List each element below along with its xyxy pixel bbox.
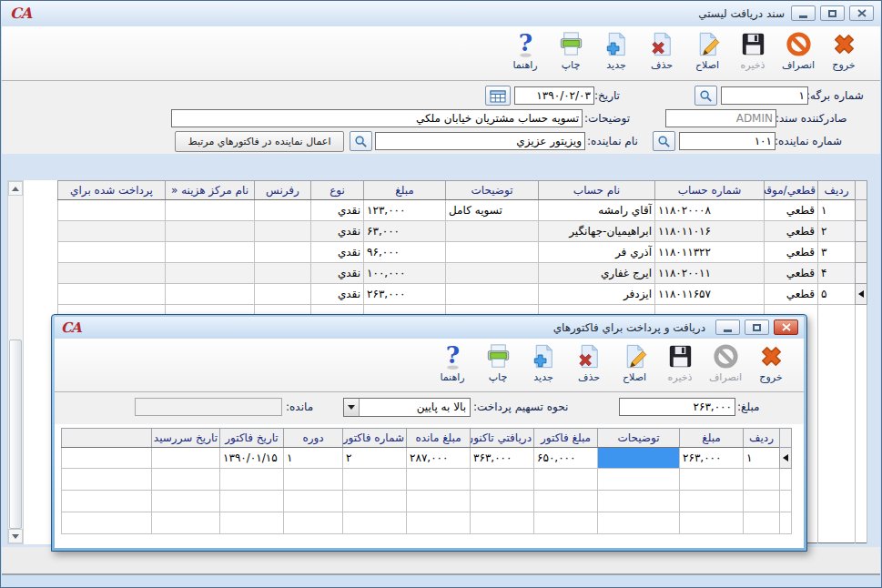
- cell[interactable]: [58, 200, 166, 221]
- close-button[interactable]: [849, 5, 874, 21]
- column-header[interactable]: پرداخت شده براي: [58, 181, 166, 200]
- cell[interactable]: [407, 512, 471, 534]
- row-selector-cell[interactable]: [780, 448, 792, 469]
- toolbar-button-print[interactable]: چاپ: [476, 341, 520, 391]
- cell[interactable]: ابراهيميان-جهانگير: [539, 221, 655, 242]
- cell[interactable]: [166, 221, 255, 242]
- amount-input[interactable]: [619, 398, 735, 416]
- column-header[interactable]: نام حساب: [539, 181, 655, 200]
- cell[interactable]: [598, 491, 680, 512]
- cell[interactable]: [220, 491, 284, 512]
- rep-name-search-button[interactable]: [350, 131, 372, 151]
- column-header[interactable]: رديف: [818, 181, 856, 200]
- column-header[interactable]: مبلغ فاكتور: [534, 429, 598, 448]
- column-header[interactable]: تاريخ فاكتور: [220, 429, 284, 448]
- cell[interactable]: نقدي: [311, 263, 364, 284]
- cell[interactable]: ۱۲۳,۰۰۰: [364, 200, 446, 221]
- column-header[interactable]: دريافتي تاكنون: [471, 429, 534, 448]
- cell[interactable]: [471, 491, 534, 512]
- cell[interactable]: [534, 491, 598, 512]
- cell[interactable]: ۱۳۹۰/۰۱/۱۵: [220, 448, 284, 469]
- toolbar-button-print[interactable]: چاپ: [549, 29, 593, 80]
- cell[interactable]: [343, 512, 407, 534]
- cell[interactable]: ۱: [744, 448, 780, 469]
- cell[interactable]: [407, 491, 471, 512]
- column-header[interactable]: مبلغ مانده: [407, 429, 471, 448]
- apply-rep-button[interactable]: اعمال نماينده در فاكتورهاي مرتبط: [175, 131, 344, 152]
- toolbar-button-delete[interactable]: حذف: [567, 341, 611, 391]
- maximize-button[interactable]: [820, 5, 845, 21]
- column-header[interactable]: رديف: [744, 429, 780, 448]
- cell[interactable]: [58, 221, 166, 242]
- cell[interactable]: [255, 200, 311, 221]
- cell[interactable]: نقدي: [311, 284, 364, 305]
- column-header[interactable]: [62, 429, 152, 448]
- column-header[interactable]: شماره فاكتور: [343, 429, 407, 448]
- cell[interactable]: ۴: [818, 263, 856, 284]
- toolbar-button-edit[interactable]: اصلاح: [613, 341, 656, 391]
- cell[interactable]: قطعي: [765, 221, 818, 242]
- rep-name-input[interactable]: [375, 132, 585, 150]
- cell[interactable]: [780, 512, 792, 534]
- cell[interactable]: آقاي رامشه: [539, 200, 655, 221]
- minimize-button[interactable]: [791, 5, 816, 21]
- cell[interactable]: [598, 448, 680, 469]
- cell[interactable]: قطعي: [765, 242, 818, 263]
- cell[interactable]: [58, 284, 166, 305]
- column-header[interactable]: قطعي/موقت: [765, 181, 818, 200]
- cell[interactable]: ۵: [818, 284, 856, 305]
- scrollbar-thumb[interactable]: [9, 340, 22, 529]
- column-header[interactable]: توضيحات: [598, 429, 680, 448]
- column-header[interactable]: شماره حساب: [655, 181, 765, 200]
- cell[interactable]: [780, 491, 792, 512]
- notes-input[interactable]: [171, 109, 583, 127]
- cell[interactable]: ۱: [818, 200, 856, 221]
- cell[interactable]: [284, 469, 343, 491]
- cell[interactable]: تسويه كامل: [446, 200, 539, 221]
- cell[interactable]: ايزدفر: [539, 284, 655, 305]
- dialog-close-button[interactable]: [774, 319, 798, 335]
- cell[interactable]: ۳۶۳,۰۰۰: [471, 448, 534, 469]
- cell[interactable]: [343, 469, 407, 491]
- toolbar-button-edit[interactable]: اصلاح: [685, 29, 729, 80]
- dialog-titlebar[interactable]: CA دريافت و پرداخت براي فاكتورهاي: [55, 317, 804, 339]
- column-header[interactable]: دوره: [284, 429, 343, 448]
- cell[interactable]: ۱۱۸۰۲۰۰۱۱: [655, 263, 765, 284]
- row-selector-cell[interactable]: [856, 263, 867, 284]
- cell[interactable]: ۲۶۳,۰۰۰: [364, 284, 446, 305]
- cell[interactable]: [58, 263, 166, 284]
- rep-number-input[interactable]: [679, 132, 776, 150]
- toolbar-button-delete[interactable]: حذف: [640, 29, 684, 80]
- cell[interactable]: نقدي: [311, 221, 364, 242]
- cell[interactable]: [62, 448, 152, 469]
- cell[interactable]: [166, 200, 255, 221]
- column-header[interactable]: توضيحات: [446, 181, 539, 200]
- combobox-dropdown-button[interactable]: [344, 399, 360, 416]
- cell[interactable]: [680, 512, 744, 534]
- cell[interactable]: [534, 469, 598, 491]
- cell[interactable]: ۱۰۰,۰۰۰: [364, 263, 446, 284]
- cell[interactable]: [62, 512, 152, 534]
- cell[interactable]: [343, 491, 407, 512]
- cell[interactable]: [255, 284, 311, 305]
- row-selector-cell[interactable]: [856, 200, 867, 221]
- cell[interactable]: ۲۸۷,۰۰۰: [407, 448, 471, 469]
- cell[interactable]: قطعي: [765, 200, 818, 221]
- main-titlebar[interactable]: CA سند دريافت ليستي: [1, 1, 881, 26]
- cell[interactable]: قطعي: [765, 284, 818, 305]
- cell[interactable]: [780, 469, 792, 491]
- toolbar-button-new[interactable]: جديد: [522, 341, 565, 391]
- allocation-combobox[interactable]: بالا به پايين: [343, 398, 471, 417]
- cell[interactable]: ۱۱۸۰۱۱۶۵۷: [655, 284, 765, 305]
- cell[interactable]: [255, 242, 311, 263]
- cell[interactable]: [255, 263, 311, 284]
- column-header[interactable]: تاريخ سررسيد: [152, 429, 220, 448]
- cell[interactable]: ۲: [343, 448, 407, 469]
- column-header[interactable]: مبلغ: [680, 429, 744, 448]
- cell[interactable]: [744, 512, 780, 534]
- cell[interactable]: [152, 469, 220, 491]
- sheet-number-input[interactable]: [721, 86, 808, 105]
- cell[interactable]: [446, 284, 539, 305]
- cell[interactable]: [446, 263, 539, 284]
- toolbar-button-help[interactable]: ?راهنما: [503, 29, 547, 80]
